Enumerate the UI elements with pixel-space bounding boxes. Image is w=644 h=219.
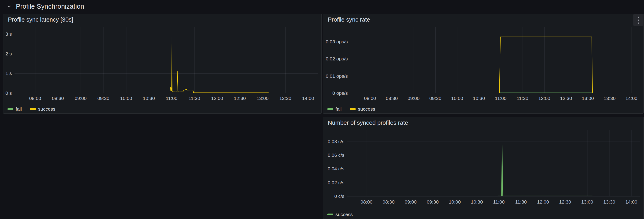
legend-label: success: [38, 106, 56, 112]
series-line-success: [500, 37, 592, 93]
x-tick-label: 11:30: [517, 96, 528, 101]
legend-item-success[interactable]: success: [30, 106, 56, 112]
x-tick-label: 10:30: [143, 96, 155, 101]
x-tick-label: 08:30: [52, 96, 64, 101]
legend-swatch-fail: [8, 108, 14, 110]
y-tick-label: 0.04 c/s: [328, 166, 344, 171]
x-tick-label: 09:00: [408, 96, 420, 101]
legend-label: fail: [336, 106, 342, 112]
chart-legend: failsuccess: [323, 105, 643, 113]
x-tick-label: 13:00: [581, 199, 593, 204]
legend-label: fail: [16, 106, 22, 112]
x-tick-label: 12:00: [211, 96, 223, 101]
series-line-success: [498, 140, 592, 196]
x-tick-label: 11:00: [493, 199, 504, 204]
y-tick-label: 0 ops/s: [332, 90, 348, 96]
x-tick-label: 08:00: [360, 199, 372, 204]
gridlines: [350, 27, 640, 93]
x-tick-label: 08:00: [29, 96, 41, 101]
panel-title[interactable]: Number of synced profiles rate: [328, 119, 408, 126]
x-tick-label: 12:00: [537, 199, 549, 204]
kebab-dot: [638, 20, 639, 21]
x-tick-label: 12:30: [560, 96, 572, 101]
kebab-menu-icon[interactable]: [633, 14, 643, 26]
y-tick-label: 0 s: [6, 90, 12, 96]
chart-number-of-synced-profiles-rate[interactable]: 08:0008:3009:0009:3010:0010:3011:0011:30…: [323, 128, 643, 210]
y-tick-label: 0.02 ops/s: [326, 56, 348, 61]
axis-labels: 08:0008:3009:0009:3010:0010:3011:0011:30…: [326, 39, 638, 101]
kebab-dot: [638, 23, 639, 24]
row-profile-synchronization[interactable]: Profile Synchronization: [0, 0, 84, 13]
x-tick-label: 08:00: [364, 96, 376, 101]
x-tick-label: 10:00: [451, 96, 463, 101]
x-tick-label: 09:30: [98, 96, 110, 101]
y-tick-label: 0.02 c/s: [328, 180, 344, 185]
gridlines: [347, 130, 640, 196]
y-tick-label: 0.03 ops/s: [326, 39, 348, 44]
panel-header: Profile sync latency [30s]: [4, 14, 322, 25]
panel-number-of-synced-profiles-rate: Number of synced profiles rate 08:0008:3…: [323, 117, 644, 219]
x-tick-label: 14:00: [626, 199, 638, 204]
x-tick-label: 09:00: [75, 96, 87, 101]
y-tick-label: 2 s: [6, 51, 12, 56]
y-tick-label: 0 c/s: [334, 193, 344, 199]
x-tick-label: 12:30: [234, 96, 246, 101]
panel-profile-sync-rate: Profile sync rate 08:0008:3009:0009:3010…: [323, 14, 644, 114]
legend-item-success[interactable]: success: [327, 212, 353, 217]
x-tick-label: 09:00: [405, 199, 417, 204]
x-tick-label: 09:30: [430, 96, 442, 101]
x-tick-label: 12:30: [559, 199, 571, 204]
x-tick-label: 14:00: [626, 96, 638, 101]
x-tick-label: 13:30: [604, 96, 616, 101]
legend-swatch-success: [350, 108, 356, 110]
chevron-down-icon[interactable]: [6, 3, 13, 10]
series-line-success: [170, 37, 268, 93]
y-tick-label: 1 s: [6, 71, 12, 76]
x-tick-label: 10:30: [471, 199, 483, 204]
panel-profile-sync-latency: Profile sync latency [30s] 08:0008:3009:…: [3, 14, 322, 114]
gridlines: [14, 27, 318, 93]
legend-swatch-fail: [327, 108, 333, 110]
panel-title[interactable]: Profile sync latency [30s]: [8, 16, 73, 23]
x-tick-label: 11:00: [495, 96, 506, 101]
legend-item-fail[interactable]: fail: [8, 106, 22, 112]
kebab-dot: [638, 17, 639, 18]
chart-profile-sync-latency[interactable]: 08:0008:3009:0009:3010:0010:3011:0011:30…: [4, 25, 322, 105]
x-tick-label: 09:30: [427, 199, 439, 204]
y-tick-label: 3 s: [6, 31, 12, 37]
axis-labels: 08:0008:3009:0009:3010:0010:3011:0011:30…: [328, 139, 637, 204]
y-tick-label: 0.01 ops/s: [326, 73, 348, 79]
x-tick-label: 12:00: [538, 96, 550, 101]
x-tick-label: 10:00: [120, 96, 132, 101]
chart-legend: success: [323, 210, 643, 219]
x-tick-label: 11:30: [189, 96, 200, 101]
x-tick-label: 13:00: [582, 96, 594, 101]
panel-header: Profile sync rate: [323, 14, 643, 25]
x-tick-label: 13:30: [280, 96, 292, 101]
legend-swatch-success: [327, 213, 333, 215]
legend-swatch-success: [30, 108, 36, 110]
x-tick-label: 08:30: [383, 199, 395, 204]
x-tick-label: 13:00: [256, 96, 268, 101]
panel-title[interactable]: Profile sync rate: [328, 16, 370, 23]
legend-item-success[interactable]: success: [350, 106, 375, 112]
y-tick-label: 0.06 c/s: [328, 152, 344, 158]
legend-item-fail[interactable]: fail: [327, 106, 342, 112]
chart-legend: failsuccess: [4, 105, 322, 113]
x-tick-label: 11:00: [166, 96, 177, 101]
y-tick-label: 0.08 c/s: [328, 139, 344, 144]
x-tick-label: 11:30: [515, 199, 527, 204]
x-tick-label: 08:30: [386, 96, 398, 101]
x-tick-label: 13:30: [603, 199, 616, 204]
x-tick-label: 10:00: [449, 199, 461, 204]
row-title[interactable]: Profile Synchronization: [16, 3, 84, 10]
axis-labels: 08:0008:3009:0009:3010:0010:3011:0011:30…: [6, 31, 314, 101]
panel-header: Number of synced profiles rate: [323, 117, 643, 128]
x-tick-label: 14:00: [302, 96, 314, 101]
chart-profile-sync-rate[interactable]: 08:0008:3009:0009:3010:0010:3011:0011:30…: [323, 25, 643, 105]
legend-label: success: [336, 212, 353, 217]
chevron-down-glyph: [6, 4, 12, 9]
x-tick-label: 10:30: [473, 96, 485, 101]
legend-label: success: [358, 106, 375, 112]
